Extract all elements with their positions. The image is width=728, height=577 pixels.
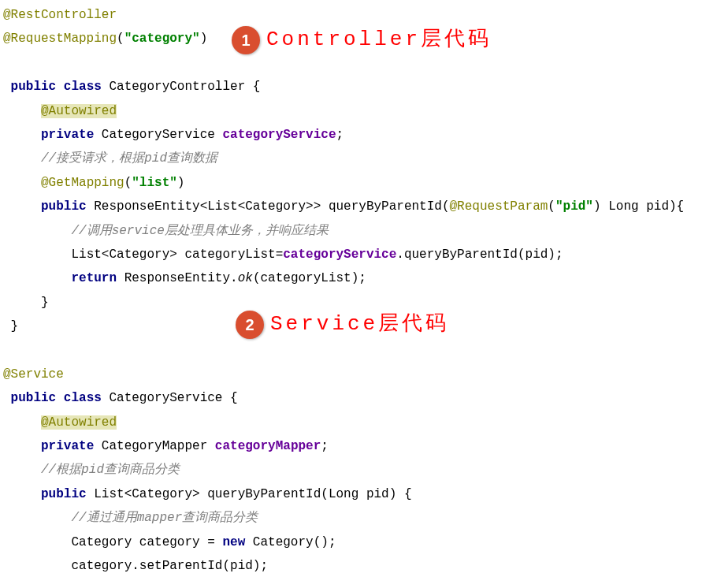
code-line: private CategoryMapper categoryMapper; [3, 434, 725, 458]
code-line: } 2 Service层代码 [3, 315, 725, 363]
badge-2: 2 Service层代码 [236, 305, 449, 344]
code-line: @Autowired [3, 99, 725, 123]
code-block: @RestController @RequestMapping("categor… [3, 3, 725, 577]
semi: ; [321, 439, 329, 453]
keyword: return [71, 271, 124, 285]
code: Category(); [253, 535, 336, 549]
class-decl: CategoryService { [109, 391, 237, 405]
field-ref: categoryService [283, 248, 396, 262]
comment: //调用service层处理具体业务，并响应结果 [71, 224, 328, 238]
code: List<Category> categoryList= [71, 248, 283, 262]
string-literal: "category" [124, 32, 200, 46]
code-line: category.setParentId(pid); [3, 554, 725, 577]
paren: ( [124, 176, 132, 190]
code-line: List<Category> categoryList=categoryServ… [3, 243, 725, 266]
code: .queryByParentId(pid); [396, 248, 563, 262]
code-line: @RequestMapping("category") 1 Controller… [3, 27, 725, 75]
annotation: @GetMapping [41, 176, 124, 190]
string-literal: "pid" [555, 199, 593, 214]
annotation: @RequestParam [450, 199, 548, 214]
string-literal: "list" [132, 176, 177, 190]
paren: ( [117, 32, 124, 46]
code-line: //调用service层处理具体业务，并响应结果 [3, 219, 725, 243]
method-sig: Long pid){ [608, 199, 684, 214]
keyword: private [41, 439, 102, 453]
annotation: @RestController [3, 8, 117, 22]
annotation: @RequestMapping [3, 32, 117, 46]
paren: ) [200, 32, 208, 46]
badge-1: 1 Controller层代码 [232, 20, 492, 59]
code-line: public class CategoryService { [3, 386, 725, 410]
paren: ( [548, 199, 555, 214]
keyword: new [222, 535, 252, 549]
paren: ) [593, 199, 608, 214]
code-line: public class CategoryController { [3, 75, 725, 99]
keyword: public [41, 487, 94, 501]
code-line: public List<Category> queryByParentId(Lo… [3, 482, 725, 506]
code-line: return ResponseEntity.ok(categoryList); [3, 266, 725, 290]
type: CategoryService [102, 128, 223, 142]
code-line: public ResponseEntity<List<Category>> qu… [3, 195, 725, 218]
keyword: private [41, 128, 102, 142]
code-line: private CategoryService categoryService; [3, 123, 725, 147]
annotation-highlight: @Autowired [41, 104, 117, 118]
code: category.setParentId(pid); [71, 559, 268, 573]
code-line: @Autowired [3, 411, 725, 434]
annotation-highlight: @Autowired [41, 415, 117, 430]
brace: } [11, 319, 19, 333]
brace: } [41, 296, 49, 310]
type: CategoryMapper [102, 439, 215, 453]
code-line: @Service [3, 363, 725, 386]
code: Category category = [71, 535, 222, 549]
comment: //通过通用mapper查询商品分类 [71, 511, 258, 525]
field-name: categoryMapper [215, 439, 321, 453]
method-sig: ResponseEntity<List<Category>> queryByPa… [94, 199, 449, 214]
code-line: //接受请求，根据pid查询数据 [3, 147, 725, 170]
keyword: public class [11, 391, 110, 405]
code-line: Category category = new Category(); [3, 530, 725, 554]
badge-number-icon: 1 [232, 26, 260, 54]
semi: ; [336, 128, 344, 142]
code-line: //根据pid查询商品分类 [3, 458, 725, 482]
code: ResponseEntity. [124, 271, 238, 285]
method-sig: List<Category> queryByParentId(Long pid)… [94, 487, 411, 501]
code-line: //通过通用mapper查询商品分类 [3, 506, 725, 530]
paren: ) [177, 176, 185, 190]
annotation: @Service [3, 367, 64, 382]
badge-label: Controller层代码 [266, 20, 492, 59]
keyword: public class [11, 80, 110, 94]
code: (categoryList); [253, 271, 366, 285]
code-line: @GetMapping("list") [3, 171, 725, 195]
class-decl: CategoryController { [109, 80, 260, 94]
comment: //根据pid查询商品分类 [41, 463, 180, 477]
static-method: ok [238, 271, 253, 285]
badge-label: Service层代码 [270, 305, 449, 344]
comment: //接受请求，根据pid查询数据 [41, 151, 217, 166]
keyword: public [41, 199, 94, 214]
badge-number-icon: 2 [236, 311, 264, 339]
field-name: categoryService [222, 128, 336, 142]
